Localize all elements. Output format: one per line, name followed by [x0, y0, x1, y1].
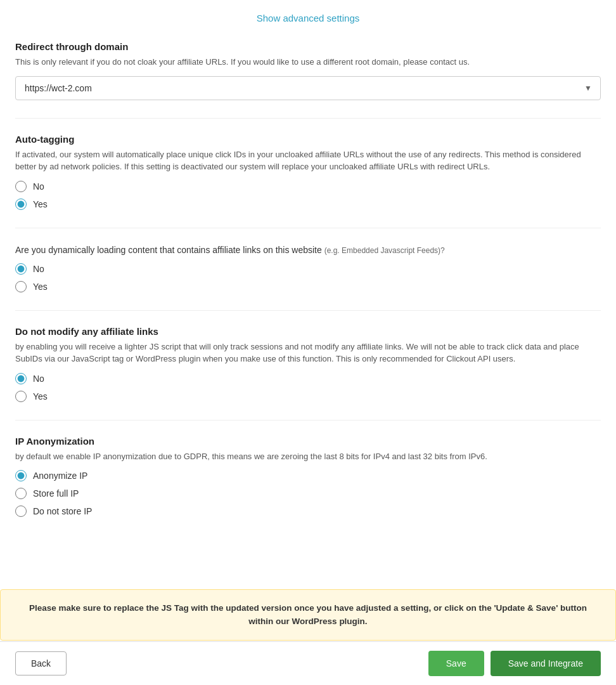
do-not-modify-no-label: No — [33, 374, 44, 384]
dynamic-loading-section: Are you dynamically loading content that… — [15, 244, 601, 292]
do-not-modify-title: Do not modify any affiliate links — [15, 326, 601, 337]
notice-bar: Please make sure to replace the JS Tag w… — [0, 589, 616, 641]
save-button[interactable]: Save — [428, 651, 484, 676]
back-button[interactable]: Back — [15, 651, 67, 675]
dynamic-loading-yes-label: Yes — [33, 282, 48, 292]
ip-do-not-store-radio[interactable] — [15, 506, 27, 517]
dynamic-loading-no-option[interactable]: No — [15, 263, 601, 275]
footer-right-buttons: Save Save and Integrate — [428, 651, 601, 676]
save-integrate-button[interactable]: Save and Integrate — [491, 651, 601, 676]
auto-tagging-section: Auto-tagging If activated, our system wi… — [15, 134, 601, 210]
do-not-modify-section: Do not modify any affiliate links by ena… — [15, 326, 601, 402]
ip-anonymization-section: IP Anonymization by default we enable IP… — [15, 436, 601, 518]
redirect-domain-desc: This is only relevant if you do not cloa… — [15, 56, 601, 68]
show-advanced-section: Show advanced settings — [15, 13, 601, 23]
divider-3 — [15, 310, 601, 311]
auto-tagging-no-radio[interactable] — [15, 181, 27, 192]
ip-store-full-radio[interactable] — [15, 488, 27, 499]
divider-2 — [15, 228, 601, 228]
divider-1 — [15, 118, 601, 119]
ip-anonymize-label: Anonymize IP — [33, 471, 87, 481]
ip-store-full-label: Store full IP — [33, 488, 79, 499]
ip-anonymization-radio-group: Anonymize IP Store full IP Do not store … — [15, 470, 601, 517]
dynamic-loading-no-label: No — [33, 264, 44, 274]
footer-bar: Back Save Save and Integrate — [0, 641, 616, 685]
dynamic-loading-yes-radio[interactable] — [15, 281, 27, 292]
dynamic-loading-question: Are you dynamically loading content that… — [15, 244, 601, 257]
ip-do-not-store-option[interactable]: Do not store IP — [15, 506, 601, 517]
notice-text: Please make sure to replace the JS Tag w… — [29, 603, 587, 627]
auto-tagging-title: Auto-tagging — [15, 134, 601, 145]
ip-anonymize-option[interactable]: Anonymize IP — [15, 470, 601, 481]
redirect-domain-dropdown[interactable]: https://wct-2.com — [15, 76, 601, 100]
dynamic-loading-radio-group: No Yes — [15, 263, 601, 292]
do-not-modify-yes-label: Yes — [33, 391, 48, 401]
auto-tagging-yes-label: Yes — [33, 199, 48, 209]
ip-anonymize-radio[interactable] — [15, 470, 27, 481]
do-not-modify-yes-radio[interactable] — [15, 391, 27, 402]
divider-4 — [15, 420, 601, 421]
auto-tagging-radio-group: No Yes — [15, 181, 601, 210]
do-not-modify-no-option[interactable]: No — [15, 373, 601, 384]
do-not-modify-yes-option[interactable]: Yes — [15, 391, 601, 402]
show-advanced-link[interactable]: Show advanced settings — [257, 13, 360, 23]
dynamic-loading-question-sub: (e.g. Embedded Javascript Feeds)? — [324, 246, 445, 255]
ip-do-not-store-label: Do not store IP — [33, 506, 92, 516]
auto-tagging-yes-option[interactable]: Yes — [15, 199, 601, 210]
auto-tagging-no-label: No — [33, 181, 44, 192]
redirect-domain-title: Redirect through domain — [15, 41, 601, 52]
do-not-modify-desc: by enabling you will receive a lighter J… — [15, 341, 601, 365]
dynamic-loading-yes-option[interactable]: Yes — [15, 281, 601, 292]
ip-store-full-option[interactable]: Store full IP — [15, 488, 601, 499]
ip-anonymization-title: IP Anonymization — [15, 436, 601, 447]
auto-tagging-desc: If activated, our system will automatica… — [15, 148, 601, 173]
auto-tagging-yes-radio[interactable] — [15, 199, 27, 210]
dynamic-loading-no-radio[interactable] — [15, 263, 27, 275]
auto-tagging-no-option[interactable]: No — [15, 181, 601, 192]
do-not-modify-no-radio[interactable] — [15, 373, 27, 384]
ip-anonymization-desc: by default we enable IP anonymization du… — [15, 450, 601, 463]
redirect-domain-dropdown-wrapper: https://wct-2.com ▼ — [15, 76, 601, 100]
do-not-modify-radio-group: No Yes — [15, 373, 601, 402]
redirect-domain-section: Redirect through domain This is only rel… — [15, 41, 601, 100]
